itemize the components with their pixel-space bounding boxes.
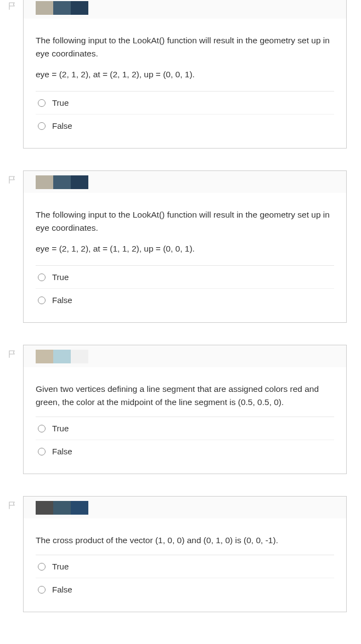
- option-false[interactable]: False: [36, 289, 334, 311]
- radio-icon[interactable]: [38, 122, 46, 130]
- option-label: False: [52, 585, 72, 594]
- radio-icon[interactable]: [38, 273, 46, 281]
- question-row: The following input to the LookAt() func…: [0, 170, 361, 323]
- question-row: The cross product of the vector (1, 0, 0…: [0, 496, 361, 612]
- options-list: True False: [36, 417, 334, 463]
- radio-icon[interactable]: [38, 448, 46, 455]
- option-true[interactable]: True: [36, 555, 334, 578]
- question-detail: eye = (2, 1, 2), at = (2, 1, 2), up = (0…: [36, 68, 334, 81]
- options-list: True False: [36, 91, 334, 137]
- header-swatch: [36, 175, 88, 189]
- radio-icon[interactable]: [38, 297, 46, 304]
- header-swatch: [36, 1, 88, 15]
- question-card: The cross product of the vector (1, 0, 0…: [23, 496, 347, 612]
- card-header: [24, 497, 346, 518]
- option-label: False: [52, 295, 72, 305]
- question-detail: eye = (2, 1, 2), at = (1, 1, 2), up = (0…: [36, 242, 334, 255]
- card-header: [24, 0, 346, 19]
- option-label: True: [52, 424, 69, 433]
- flag-icon[interactable]: [8, 1, 18, 11]
- header-swatch: [36, 350, 88, 363]
- flag-icon[interactable]: [8, 175, 18, 185]
- radio-icon[interactable]: [38, 586, 46, 594]
- option-true[interactable]: True: [36, 417, 334, 440]
- question-card: The following input to the LookAt() func…: [23, 0, 347, 149]
- question-prompt: The following input to the LookAt() func…: [36, 34, 334, 60]
- card-body: The cross product of the vector (1, 0, 0…: [24, 518, 346, 612]
- flag-icon[interactable]: [8, 500, 18, 510]
- radio-icon[interactable]: [38, 99, 46, 107]
- question-row: The following input to the LookAt() func…: [0, 0, 361, 149]
- option-true[interactable]: True: [36, 266, 334, 289]
- question-card: Given two vertices defining a line segme…: [23, 345, 347, 474]
- question-prompt: Given two vertices defining a line segme…: [36, 383, 334, 409]
- question-prompt: The cross product of the vector (1, 0, 0…: [36, 534, 334, 547]
- card-body: The following input to the LookAt() func…: [24, 19, 346, 148]
- radio-icon[interactable]: [38, 563, 46, 571]
- options-list: True False: [36, 555, 334, 601]
- flag-icon[interactable]: [8, 349, 18, 359]
- option-true[interactable]: True: [36, 92, 334, 115]
- question-row: Given two vertices defining a line segme…: [0, 345, 361, 474]
- option-false[interactable]: False: [36, 440, 334, 463]
- header-swatch: [36, 501, 88, 515]
- option-label: True: [52, 98, 69, 107]
- card-header: [24, 171, 346, 193]
- card-body: The following input to the LookAt() func…: [24, 193, 346, 322]
- option-false[interactable]: False: [36, 115, 334, 137]
- question-card: The following input to the LookAt() func…: [23, 170, 347, 323]
- card-header: [24, 345, 346, 367]
- option-label: True: [52, 562, 69, 571]
- option-false[interactable]: False: [36, 578, 334, 601]
- option-label: False: [52, 121, 72, 130]
- option-label: False: [52, 447, 72, 456]
- question-prompt: The following input to the LookAt() func…: [36, 208, 334, 235]
- options-list: True False: [36, 265, 334, 311]
- option-label: True: [52, 272, 69, 282]
- card-body: Given two vertices defining a line segme…: [24, 367, 346, 474]
- radio-icon[interactable]: [38, 425, 46, 432]
